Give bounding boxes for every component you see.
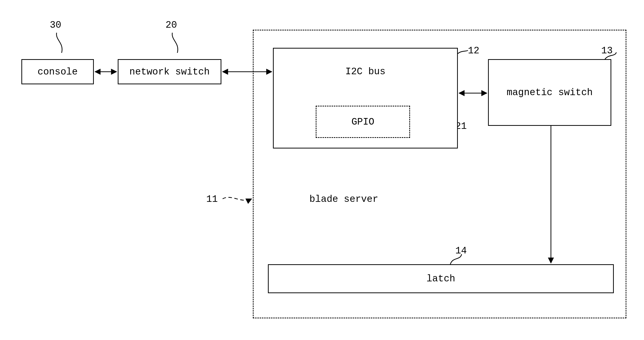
i2c-bus-label: I2C bus — [345, 66, 386, 77]
leader-console-ref — [57, 33, 62, 53]
latch-ref: 14 — [455, 245, 467, 256]
latch-label: latch — [426, 273, 455, 284]
console-label: console — [37, 66, 78, 77]
magnetic-switch-label: magnetic switch — [507, 87, 593, 98]
network-switch-ref: 20 — [166, 20, 177, 30]
magnetic-switch-ref: 13 — [601, 45, 613, 56]
blade-server-ref: 11 — [206, 194, 218, 205]
leader-blade-ref — [223, 197, 252, 200]
magnetic-switch-box: magnetic switch — [488, 59, 611, 126]
network-switch-box: network switch — [118, 59, 221, 84]
console-ref: 30 — [50, 20, 61, 30]
console-box: console — [21, 59, 94, 84]
i2c-bus-ref: 12 — [468, 45, 479, 56]
leader-network-ref — [172, 33, 178, 53]
gpio-label: GPIO — [351, 117, 374, 127]
blade-server-label: blade server — [309, 194, 378, 205]
gpio-box: GPIO — [316, 106, 410, 138]
network-switch-label: network switch — [129, 66, 210, 77]
latch-box: latch — [268, 264, 614, 293]
